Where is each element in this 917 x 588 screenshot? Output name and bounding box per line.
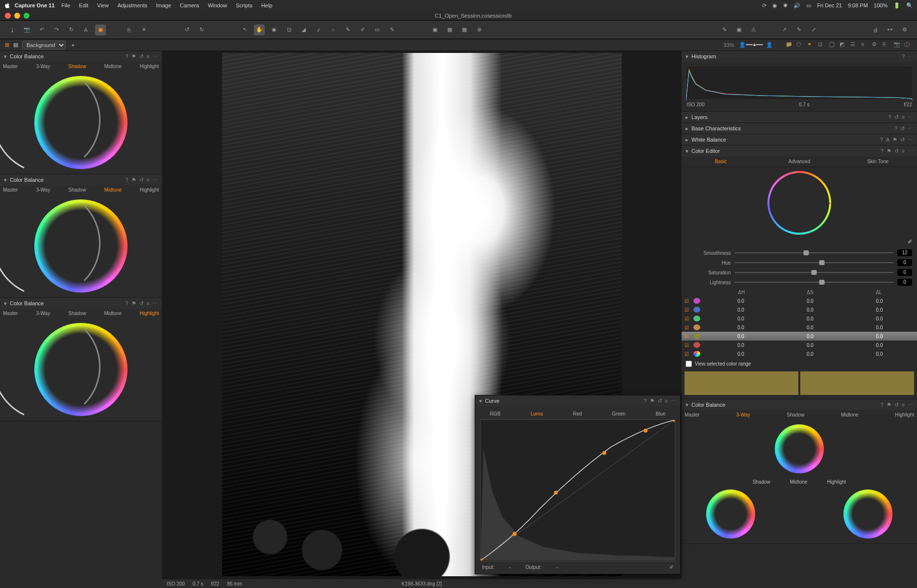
3way-shadow-wheel[interactable] — [706, 490, 755, 539]
preset-icon[interactable]: ⚑ — [887, 148, 892, 154]
curve-tab-blue[interactable]: Blue — [656, 411, 665, 416]
color-editor-row[interactable]: ☑0.00.00.0 — [682, 323, 917, 332]
redo2-button[interactable]: ↻ — [66, 24, 76, 35]
more-icon[interactable]: ⋯ — [153, 177, 158, 183]
tab-camera-icon[interactable]: 📷 — [893, 41, 901, 49]
tab-master[interactable]: Master — [3, 187, 18, 193]
color-editor-row[interactable]: ☑0.00.00.0 — [682, 332, 917, 341]
view-mode-button[interactable]: ▣ — [430, 24, 440, 35]
focus-mask-button[interactable]: ▩ — [459, 24, 470, 35]
more-icon[interactable]: ⋯ — [671, 398, 676, 404]
curve-tab-green[interactable]: Green — [612, 411, 626, 416]
tab-highlight[interactable]: Highlight — [140, 64, 159, 69]
gradient-tool[interactable]: ▭ — [372, 24, 382, 35]
chevron-down-icon[interactable]: ▾ — [4, 300, 7, 307]
curve-tab-rgb[interactable]: RGB — [490, 411, 501, 416]
saturation-slider[interactable]: Saturation0 — [687, 268, 912, 277]
menu-icon[interactable]: ≡ — [665, 398, 668, 404]
brush-tool[interactable]: ✎ — [342, 24, 353, 35]
tab-master[interactable]: Master — [685, 412, 700, 417]
menu-icon[interactable]: ≡ — [902, 402, 905, 408]
help-icon[interactable]: ? — [880, 402, 883, 408]
fullscreen-button[interactable]: ⤢ — [808, 24, 819, 35]
user-icon[interactable]: 👤 — [766, 42, 773, 48]
tab-adjust-icon[interactable]: ☰ — [850, 41, 858, 49]
more-icon[interactable]: ⋯ — [908, 53, 913, 60]
tab-info-icon[interactable]: ⓘ — [904, 41, 912, 49]
menu-icon[interactable]: ≡ — [902, 148, 905, 154]
proof-button[interactable]: ▣ — [734, 24, 744, 35]
print-button[interactable]: 🖨 — [870, 24, 881, 35]
preset-icon[interactable]: ⚑ — [887, 402, 892, 408]
curve-picker-icon[interactable]: ✐ — [669, 564, 673, 570]
menu-help[interactable]: Help — [261, 2, 273, 8]
chevron-down-icon[interactable]: ▾ — [4, 177, 7, 183]
row-checkbox[interactable]: ☑ — [685, 343, 691, 348]
tab-batch-icon[interactable]: ⎘ — [883, 41, 891, 49]
zoom-window-button[interactable] — [24, 13, 29, 19]
reset-button[interactable]: ✕ — [138, 24, 149, 35]
reset-icon[interactable]: ↺ — [894, 402, 899, 408]
picker-tool[interactable]: ✎ — [719, 24, 730, 35]
menu-window[interactable]: Window — [208, 2, 227, 8]
lightness-slider[interactable]: Lightness0 — [687, 277, 912, 287]
hue-slider[interactable]: Hue0 — [687, 258, 912, 268]
list-icon[interactable]: ▤ — [13, 42, 18, 48]
menu-view[interactable]: View — [97, 2, 109, 8]
preset-icon[interactable]: ⚑ — [131, 177, 136, 183]
keystone-tool[interactable]: ⫽ — [313, 24, 324, 35]
straighten-tool[interactable]: ◢ — [298, 24, 309, 35]
process-button[interactable]: ⚙ — [899, 24, 910, 35]
curve-editor[interactable] — [480, 419, 675, 562]
tab-midtone[interactable]: Midtone — [104, 64, 122, 69]
reset-icon[interactable]: ↺ — [894, 114, 899, 121]
more-icon[interactable]: ⋯ — [908, 402, 913, 408]
preset-icon[interactable]: ⚑ — [131, 53, 136, 60]
add-layer-button[interactable]: + — [70, 42, 76, 48]
help-icon[interactable]: ? — [125, 177, 128, 183]
help-icon[interactable]: ? — [902, 53, 905, 60]
tab-exposure-icon[interactable]: ⊡ — [818, 41, 826, 49]
help-icon[interactable]: ? — [125, 53, 128, 60]
tab-highlight[interactable]: Highlight — [895, 412, 914, 417]
3way-highlight-wheel[interactable] — [843, 490, 892, 539]
more-icon[interactable]: ⋯ — [908, 114, 913, 121]
hand-tool[interactable]: ✋ — [254, 24, 265, 35]
undo-button[interactable]: ↶ — [36, 24, 47, 35]
curve-tab-red[interactable]: Red — [573, 411, 582, 416]
close-window-button[interactable] — [5, 13, 11, 19]
color-editor-wheel[interactable] — [767, 171, 831, 235]
tab-midtone[interactable]: Midtone — [104, 311, 122, 316]
row-checkbox[interactable]: ☑ — [685, 351, 691, 357]
tab-shadow[interactable]: Shadow — [68, 64, 86, 69]
chevron-down-icon[interactable]: ▾ — [4, 53, 7, 60]
grid-button[interactable]: ▦ — [444, 24, 455, 35]
row-checkbox[interactable]: ☑ — [685, 298, 691, 304]
tab-shadow[interactable]: Shadow — [68, 187, 86, 193]
chevron-right-icon[interactable]: ▸ — [686, 114, 688, 121]
help-icon[interactable]: ? — [888, 114, 891, 121]
preset-icon[interactable]: ⚑ — [131, 300, 136, 307]
chevron-down-icon[interactable]: ▾ — [479, 398, 482, 404]
tab-color-icon[interactable]: ⚭ — [807, 41, 815, 49]
tab-master[interactable]: Master — [3, 64, 18, 69]
reset-icon[interactable]: ↺ — [658, 398, 662, 404]
reset-icon[interactable]: ↺ — [139, 300, 144, 307]
reset-icon[interactable]: ↺ — [139, 177, 144, 183]
row-checkbox[interactable]: ☑ — [685, 316, 691, 321]
more-icon[interactable]: ⋯ — [153, 53, 158, 60]
arrow-button[interactable]: ↗ — [779, 24, 790, 35]
tab-library-icon[interactable]: 📁 — [786, 41, 793, 49]
help-icon[interactable]: ? — [643, 398, 646, 404]
menu-icon[interactable]: ≡ — [902, 114, 905, 121]
row-checkbox[interactable]: ☑ — [685, 325, 691, 330]
cursor-tool[interactable]: ↖ — [239, 24, 250, 35]
rotate-right-button[interactable]: ↻ — [196, 24, 207, 35]
styles-button[interactable]: ▣ — [95, 24, 106, 35]
help-icon[interactable]: ? — [894, 125, 897, 132]
menu-edit[interactable]: Edit — [79, 2, 88, 8]
reset-icon[interactable]: ↺ — [900, 137, 905, 143]
eyedropper-icon[interactable]: ✐ — [908, 239, 912, 245]
tab-3way[interactable]: 3-Way — [736, 412, 750, 417]
eraser-tool[interactable]: ✐ — [357, 24, 368, 35]
